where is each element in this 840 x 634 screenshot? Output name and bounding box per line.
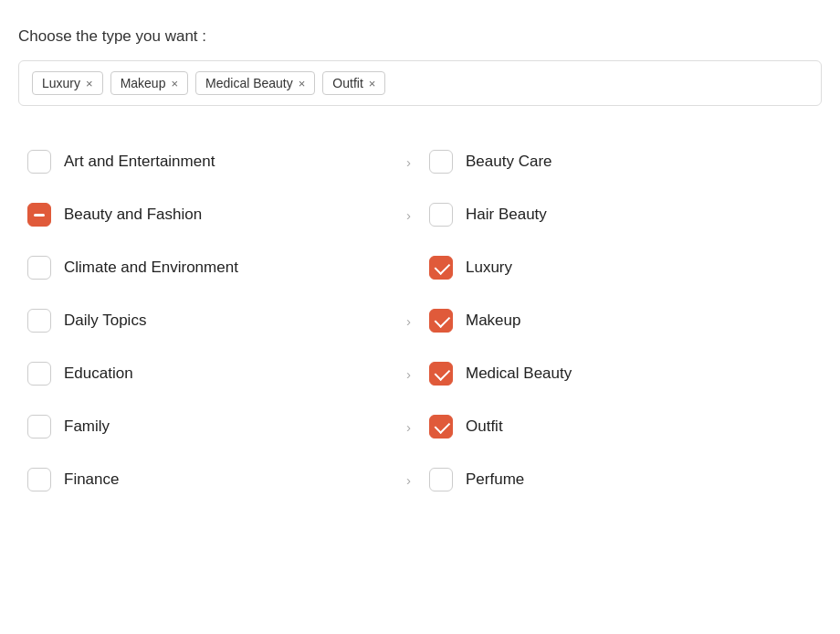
checkbox[interactable] — [27, 415, 51, 439]
category-item-hair-beauty[interactable]: Hair Beauty — [420, 188, 822, 241]
category-item-education[interactable]: Education› — [18, 347, 420, 400]
prompt-label: Choose the type you want : — [18, 27, 822, 46]
checkbox[interactable] — [429, 362, 453, 386]
checkbox[interactable] — [429, 309, 453, 333]
tag-close-icon[interactable]: × — [171, 77, 178, 90]
category-label: Outfit — [466, 417, 813, 436]
checkbox[interactable] — [429, 203, 453, 227]
tag-label: Medical Beauty — [205, 76, 293, 90]
category-label: Family — [64, 417, 394, 436]
checkbox[interactable] — [429, 415, 453, 439]
tag-label: Makeup — [121, 76, 166, 90]
category-label: Art and Entertainment — [64, 153, 394, 171]
category-item-climate-environment[interactable]: Climate and Environment — [18, 241, 420, 294]
checkbox[interactable] — [27, 309, 51, 333]
chevron-right-icon: › — [406, 154, 411, 170]
right-column: Beauty CareHair BeautyLuxuryMakeupMedica… — [420, 135, 822, 506]
category-item-beauty-fashion[interactable]: Beauty and Fashion› — [18, 188, 420, 241]
selected-tags-container: Luxury×Makeup×Medical Beauty×Outfit× — [18, 60, 822, 106]
checkbox[interactable] — [429, 468, 453, 491]
tag-luxury[interactable]: Luxury× — [32, 71, 103, 95]
category-item-family[interactable]: Family› — [18, 400, 420, 453]
chevron-right-icon: › — [406, 419, 411, 435]
category-label: Hair Beauty — [466, 206, 813, 224]
category-label: Luxury — [466, 259, 813, 277]
category-label: Finance — [64, 470, 394, 489]
category-label: Education — [64, 365, 394, 383]
category-item-medical-beauty[interactable]: Medical Beauty — [420, 347, 822, 400]
category-item-luxury[interactable]: Luxury — [420, 241, 822, 294]
left-column: Art and Entertainment›Beauty and Fashion… — [18, 135, 420, 506]
chevron-right-icon: › — [406, 472, 411, 488]
category-label: Daily Topics — [64, 312, 394, 330]
category-label: Makeup — [466, 312, 813, 330]
tag-outfit[interactable]: Outfit× — [322, 71, 385, 95]
tag-makeup[interactable]: Makeup× — [110, 71, 188, 95]
category-grid: Art and Entertainment›Beauty and Fashion… — [18, 135, 822, 506]
category-label: Beauty and Fashion — [64, 206, 394, 224]
checkbox[interactable] — [27, 203, 51, 227]
tag-close-icon[interactable]: × — [369, 77, 376, 90]
category-label: Beauty Care — [466, 153, 813, 171]
category-item-daily-topics[interactable]: Daily Topics› — [18, 294, 420, 347]
tag-medical-beauty[interactable]: Medical Beauty× — [195, 71, 315, 95]
category-item-makeup[interactable]: Makeup — [420, 294, 822, 347]
category-item-beauty-care[interactable]: Beauty Care — [420, 135, 822, 188]
category-label: Medical Beauty — [466, 365, 813, 383]
checkbox[interactable] — [27, 362, 51, 386]
category-item-finance[interactable]: Finance› — [18, 453, 420, 506]
chevron-right-icon: › — [406, 207, 411, 223]
category-label: Perfume — [466, 470, 813, 489]
tag-close-icon[interactable]: × — [86, 77, 93, 90]
checkbox[interactable] — [27, 256, 51, 280]
category-item-art-entertainment[interactable]: Art and Entertainment› — [18, 135, 420, 188]
checkbox[interactable] — [27, 150, 51, 174]
checkbox[interactable] — [429, 150, 453, 174]
category-item-outfit[interactable]: Outfit — [420, 400, 822, 453]
tag-label: Outfit — [332, 76, 362, 90]
tag-close-icon[interactable]: × — [299, 77, 306, 90]
category-label: Climate and Environment — [64, 259, 411, 277]
checkbox[interactable] — [27, 468, 51, 491]
tag-label: Luxury — [42, 76, 80, 90]
chevron-right-icon: › — [406, 366, 411, 382]
chevron-right-icon: › — [406, 313, 411, 329]
category-item-perfume[interactable]: Perfume — [420, 453, 822, 506]
checkbox[interactable] — [429, 256, 453, 280]
